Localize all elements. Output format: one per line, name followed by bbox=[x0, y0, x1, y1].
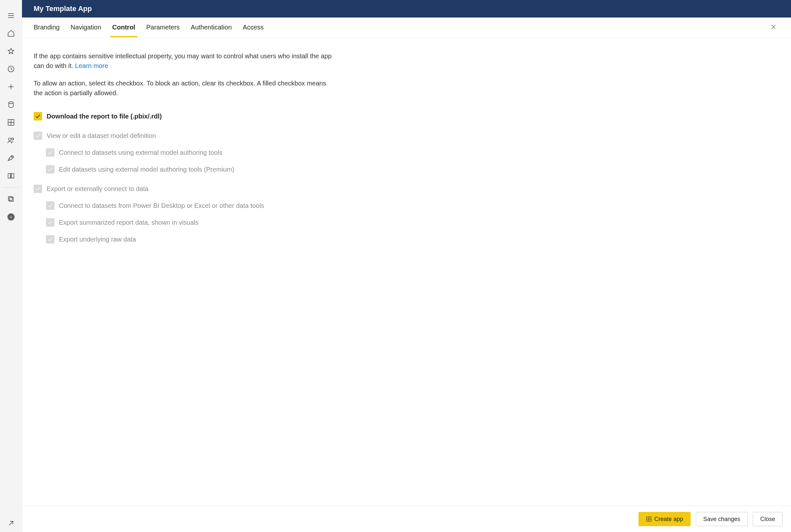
checkbox-icon bbox=[46, 218, 54, 227]
svg-point-13 bbox=[11, 156, 12, 157]
app-title: My Template App bbox=[34, 4, 92, 13]
people-icon[interactable] bbox=[0, 131, 22, 149]
learn-more-link[interactable]: Learn more bbox=[75, 62, 108, 69]
control-label: Edit datasets using external model autho… bbox=[59, 166, 234, 173]
close-button[interactable]: Close bbox=[753, 512, 783, 526]
tab-navigation[interactable]: Navigation bbox=[71, 18, 101, 37]
book-icon[interactable] bbox=[0, 167, 22, 185]
control-export-connect: Export or externally connect to data bbox=[34, 185, 334, 193]
tab-authentication[interactable]: Authentication bbox=[191, 18, 232, 37]
checkbox-icon bbox=[34, 185, 42, 193]
plus-icon[interactable] bbox=[0, 78, 22, 96]
create-app-button[interactable]: Create app bbox=[638, 512, 691, 526]
left-nav-rail bbox=[0, 0, 22, 532]
create-app-label: Create app bbox=[654, 516, 683, 522]
svg-line-23 bbox=[9, 521, 13, 525]
apps-icon bbox=[646, 516, 652, 522]
rocket-icon[interactable] bbox=[0, 149, 22, 167]
control-export-summarized: Export summarized report data, shown in … bbox=[34, 218, 334, 227]
control-label: Export summarized report data, shown in … bbox=[59, 219, 198, 226]
control-label: Connect to datasets from Power BI Deskto… bbox=[59, 202, 264, 209]
control-connect-authoring: Connect to datasets using external model… bbox=[34, 148, 334, 157]
share-circle-icon[interactable] bbox=[0, 208, 22, 226]
checkbox-icon bbox=[46, 148, 54, 157]
svg-rect-15 bbox=[9, 197, 13, 202]
control-edit-authoring-premium: Edit datasets using external model autho… bbox=[34, 165, 334, 174]
checkbox-icon[interactable] bbox=[34, 112, 42, 120]
svg-point-7 bbox=[9, 102, 13, 103]
close-icon[interactable] bbox=[768, 21, 779, 34]
menu-icon[interactable] bbox=[0, 6, 22, 24]
control-view-edit-dataset: View or edit a dataset model definition bbox=[34, 131, 334, 140]
control-export-raw: Export underlying raw data bbox=[34, 235, 334, 244]
save-changes-label: Save changes bbox=[703, 516, 740, 522]
save-changes-button[interactable]: Save changes bbox=[696, 512, 748, 526]
svg-point-11 bbox=[8, 138, 11, 140]
titlebar: My Template App bbox=[22, 0, 791, 18]
copy-icon[interactable] bbox=[0, 190, 22, 208]
main-panel: My Template App Branding Navigation Cont… bbox=[22, 0, 791, 532]
checkbox-icon bbox=[46, 235, 54, 244]
tab-access[interactable]: Access bbox=[243, 18, 264, 37]
svg-point-12 bbox=[12, 138, 14, 140]
checkbox-icon bbox=[46, 165, 54, 174]
tab-branding[interactable]: Branding bbox=[34, 18, 60, 37]
tab-control[interactable]: Control bbox=[112, 18, 135, 37]
footer-bar: Create app Save changes Close bbox=[22, 506, 791, 532]
control-label: View or edit a dataset model definition bbox=[46, 132, 156, 139]
apps-icon[interactable] bbox=[0, 113, 22, 131]
control-label: Export underlying raw data bbox=[59, 236, 136, 243]
tab-parameters[interactable]: Parameters bbox=[146, 18, 180, 37]
control-label: Export or externally connect to data bbox=[46, 185, 149, 193]
data-icon[interactable] bbox=[0, 96, 22, 113]
rail-divider bbox=[2, 187, 20, 188]
svg-rect-16 bbox=[8, 196, 12, 201]
close-label: Close bbox=[760, 516, 775, 522]
subintro-text: To allow an action, select its checkbox.… bbox=[34, 78, 334, 98]
svg-marker-3 bbox=[8, 48, 14, 54]
checkbox-icon bbox=[46, 202, 54, 210]
content-area: If the app contains sensitive intellectu… bbox=[22, 38, 346, 506]
star-icon[interactable] bbox=[0, 42, 22, 60]
control-label: Connect to datasets using external model… bbox=[59, 149, 223, 156]
control-label: Download the report to file (.pbix/.rdl) bbox=[46, 113, 162, 120]
home-icon[interactable] bbox=[0, 24, 22, 42]
control-connect-desktop-excel: Connect to datasets from Power BI Deskto… bbox=[34, 202, 334, 210]
tab-row: Branding Navigation Control Parameters A… bbox=[22, 18, 791, 38]
control-download-report[interactable]: Download the report to file (.pbix/.rdl) bbox=[34, 112, 334, 120]
svg-point-17 bbox=[7, 213, 15, 221]
checkbox-icon bbox=[34, 131, 42, 140]
popout-icon[interactable] bbox=[0, 514, 22, 532]
recent-icon[interactable] bbox=[0, 60, 22, 78]
intro-text: If the app contains sensitive intellectu… bbox=[34, 51, 334, 71]
